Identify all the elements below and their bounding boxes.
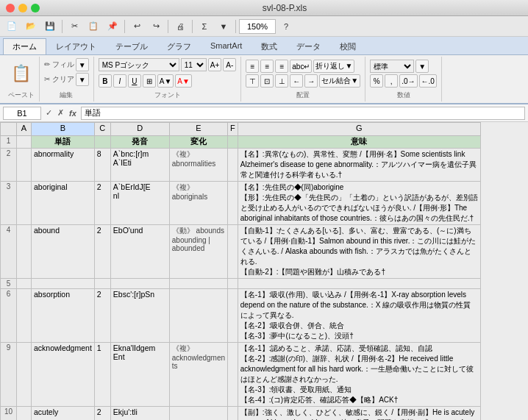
cell-d6[interactable]: Ebsc':[r]pSn xyxy=(110,289,169,343)
cell-a4[interactable] xyxy=(17,225,32,279)
cell-b9[interactable]: acknowledgment xyxy=(32,343,95,407)
cell-b1[interactable]: 単語 xyxy=(32,136,95,149)
cell-f10[interactable] xyxy=(228,407,238,421)
cell-g3[interactable]: 【名】:先住民の◆(同)aborigine 【形】:先住民の◆「先住民の」「土着… xyxy=(238,182,480,225)
cell-d2[interactable]: A`bnc:[r]m A`lEti xyxy=(110,149,169,182)
cell-reference-input[interactable] xyxy=(3,107,41,120)
cell-g5[interactable] xyxy=(238,279,480,289)
redo-button[interactable]: ↪ xyxy=(147,18,165,35)
help-button[interactable]: ? xyxy=(277,18,295,35)
cell-b5[interactable] xyxy=(32,279,95,289)
open-button[interactable]: 📂 xyxy=(22,18,40,35)
cell-d3[interactable]: A`bErIdJ[E nl xyxy=(110,182,169,225)
copy-button[interactable]: 📋 xyxy=(85,18,102,35)
cell-c1[interactable] xyxy=(94,136,110,149)
paste-icon-button[interactable]: 📋 xyxy=(12,64,31,83)
percent-button[interactable]: % xyxy=(370,74,383,88)
cell-b3[interactable]: aboriginal xyxy=(32,182,95,225)
checkmark-icon[interactable]: ✓ xyxy=(44,108,54,118)
cell-f2[interactable] xyxy=(228,149,238,182)
cell-d1[interactable]: 発音 xyxy=(110,136,169,149)
cell-b4[interactable]: abound xyxy=(32,225,95,279)
align-right[interactable]: ≡ xyxy=(275,60,288,73)
cell-d5[interactable] xyxy=(110,279,169,289)
cell-a2[interactable] xyxy=(17,149,32,182)
merge-dropdown[interactable]: セル結合▼ xyxy=(319,74,360,88)
new-button[interactable]: 📄 xyxy=(3,18,21,35)
undo-button[interactable]: ↩ xyxy=(128,18,146,35)
italic-button[interactable]: I xyxy=(113,74,126,88)
cell-c10[interactable]: 2 xyxy=(94,407,110,421)
cell-a6[interactable] xyxy=(17,289,32,343)
cell-g9[interactable]: 【名-1】:認めること、承諾、応諾、受領確認、認知、自認 【名-2】:感謝(の印… xyxy=(238,343,480,407)
dec-dec[interactable]: ←.0 xyxy=(419,74,437,88)
valign-top[interactable]: ⊤ xyxy=(246,74,259,88)
cell-d10[interactable]: Ekju':tli xyxy=(110,407,169,421)
cell-e4[interactable]: 《動》 abounds abounding | abounded xyxy=(169,225,227,279)
cell-a5[interactable] xyxy=(17,279,32,289)
cell-e1[interactable]: 変化 xyxy=(169,136,227,149)
cell-g1[interactable]: 意味 xyxy=(238,136,480,149)
cut-button[interactable]: ✂ xyxy=(65,18,83,35)
cell-b6[interactable]: absorption xyxy=(32,289,95,343)
tab-table[interactable]: テーブル xyxy=(106,38,157,54)
cell-a9[interactable] xyxy=(17,343,32,407)
clear-dropdown[interactable]: ▼ xyxy=(76,73,89,86)
border-button[interactable]: ⊞ xyxy=(143,74,156,88)
cancel-icon[interactable]: ✗ xyxy=(56,108,65,118)
fill-dropdown[interactable]: ▼ xyxy=(76,58,89,71)
font-size-select[interactable]: 11 xyxy=(181,58,207,71)
filter-button[interactable]: ▼ xyxy=(215,18,232,35)
print-button[interactable]: 🖨 xyxy=(171,18,189,35)
cell-e9[interactable]: 《複》 acknowledgmen ts xyxy=(169,343,227,407)
cell-f5[interactable] xyxy=(228,279,238,289)
cell-c3[interactable]: 2 xyxy=(94,182,110,225)
col-header-g[interactable]: G xyxy=(238,123,480,136)
merge-cells[interactable]: 折り返し▼ xyxy=(313,60,354,73)
col-header-c[interactable]: C xyxy=(94,123,110,136)
tab-review[interactable]: 校閲 xyxy=(330,38,365,54)
tab-data[interactable]: データ xyxy=(287,38,330,54)
tab-layout[interactable]: レイアウト xyxy=(46,38,106,54)
close-button[interactable] xyxy=(6,4,15,13)
cell-d4[interactable]: EbO'und xyxy=(110,225,169,279)
align-left[interactable]: ≡ xyxy=(246,60,259,73)
align-center[interactable]: ≡ xyxy=(260,60,274,73)
wrap-text[interactable]: abc↵ xyxy=(290,60,312,73)
fill-color-button[interactable]: A▼ xyxy=(157,74,174,88)
valign-bot[interactable]: ⊥ xyxy=(275,74,288,88)
cell-d9[interactable]: Ekna'lIdgem Ent xyxy=(110,343,169,407)
cell-c4[interactable]: 2 xyxy=(94,225,110,279)
tab-formula[interactable]: 数式 xyxy=(251,38,287,54)
cell-b2[interactable]: abnormality xyxy=(32,149,95,182)
formula-input[interactable] xyxy=(81,107,525,120)
cell-e5[interactable] xyxy=(169,279,227,289)
cell-e6[interactable] xyxy=(169,289,227,343)
comma-button[interactable]: , xyxy=(385,74,398,88)
cell-f4[interactable] xyxy=(228,225,238,279)
cell-f3[interactable] xyxy=(228,182,238,225)
col-header-e[interactable]: E xyxy=(169,123,227,136)
font-name-select[interactable]: MS Pゴシック xyxy=(99,58,179,71)
cell-f6[interactable] xyxy=(228,289,238,343)
cell-a1[interactable] xyxy=(17,136,32,149)
col-header-d[interactable]: D xyxy=(110,123,169,136)
cell-b10[interactable]: acutely xyxy=(32,407,95,421)
font-color-button[interactable]: A▼ xyxy=(175,74,192,88)
cell-c5[interactable] xyxy=(94,279,110,289)
indent-inc[interactable]: → xyxy=(304,74,318,88)
save-button[interactable]: 💾 xyxy=(41,18,59,35)
cell-e2[interactable]: 《複》 abnormalities xyxy=(169,149,227,182)
cell-f9[interactable] xyxy=(228,343,238,407)
col-header-f[interactable]: F xyxy=(228,123,238,136)
cell-c9[interactable]: 1 xyxy=(94,343,110,407)
cell-a10[interactable] xyxy=(17,407,32,421)
cell-c2[interactable]: 8 xyxy=(94,149,110,182)
col-header-a[interactable]: A xyxy=(17,123,32,136)
cell-e3[interactable]: 《複》 aboriginals xyxy=(169,182,227,225)
cell-g6[interactable]: 【名-1】:吸収(作用)、吸い込み /【用例·名-1】X-ray absorpt… xyxy=(238,289,480,343)
dec-inc[interactable]: .0→ xyxy=(399,74,417,88)
cell-a3[interactable] xyxy=(17,182,32,225)
fx-icon[interactable]: fx xyxy=(68,109,78,118)
col-header-b[interactable]: B xyxy=(32,123,95,136)
